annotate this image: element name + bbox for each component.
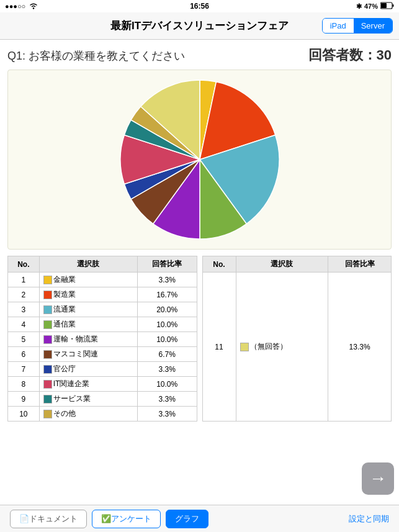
table-row: 6 マスコミ関連 6.7% (8, 347, 197, 362)
col-no-right: No. (202, 256, 236, 273)
cell-no: 4 (8, 317, 40, 332)
cell-rate: 16.7% (137, 287, 197, 302)
col-no-left: No. (8, 256, 40, 273)
survey-tab[interactable]: ✅アンケート (92, 510, 161, 528)
col-rate-right: 回答比率 (328, 256, 392, 273)
table-row: 11 （無回答） 13.3% (202, 273, 392, 422)
cell-label: 金融業 (39, 273, 137, 287)
left-data-table: No. 選択肢 回答比率 1 金融業 3.3% 2 製造業 16.7% 3 流通… (7, 256, 197, 422)
cell-no: 9 (8, 392, 40, 407)
cell-label: 官公庁 (39, 362, 137, 377)
right-data-table: No. 選択肢 回答比率 11 （無回答） 13.3% (202, 256, 392, 422)
pie-chart (116, 76, 284, 243)
cell-rate: 3.3% (137, 407, 197, 422)
svg-rect-2 (381, 3, 387, 8)
status-bar: ●●●○○ 16:56 ✱ 47% (0, 0, 399, 12)
cell-label: マスコミ関連 (39, 347, 137, 362)
cell-no: 1 (8, 273, 40, 287)
question-title: Q1: お客様の業種を教えてください (7, 48, 185, 63)
cell-no: 6 (8, 347, 40, 362)
cell-rate: 10.0% (137, 332, 197, 347)
cell-rate: 20.0% (137, 302, 197, 317)
cell-label: その他 (39, 407, 137, 422)
cell-rate: 13.3% (328, 273, 392, 422)
question-header: Q1: お客様の業種を教えてください 回答者数：30 (7, 46, 392, 65)
tables-wrapper: No. 選択肢 回答比率 1 金融業 3.3% 2 製造業 16.7% 3 流通… (7, 256, 392, 422)
col-label-left: 選択肢 (39, 256, 137, 273)
status-time: 16:56 (190, 2, 209, 11)
bluetooth-icon: ✱ (356, 2, 362, 11)
doc-tab[interactable]: 📄ドキュメント (10, 510, 87, 528)
svg-point-0 (33, 7, 34, 9)
status-left: ●●●○○ (5, 2, 38, 11)
bottom-bar: 📄ドキュメント ✅アンケート グラフ 設定と同期 (0, 505, 399, 532)
table-row: 1 金融業 3.3% (8, 273, 197, 287)
wifi-icon (29, 2, 38, 11)
respondent-count: 回答者数：30 (308, 46, 392, 65)
respondent-number: 30 (377, 47, 392, 63)
battery-icon (380, 2, 394, 11)
cell-label: サービス業 (39, 392, 137, 407)
cell-label: 運輸・物流業 (39, 332, 137, 347)
table-row: 3 流通業 20.0% (8, 302, 197, 317)
cell-no: 5 (8, 332, 40, 347)
cell-no: 8 (8, 377, 40, 392)
cell-rate: 6.7% (137, 347, 197, 362)
pie-chart-container (7, 70, 392, 250)
table-row: 8 IT関連企業 10.0% (8, 377, 197, 392)
table-row: 10 その他 3.3% (8, 407, 197, 422)
cell-rate: 10.0% (137, 377, 197, 392)
cell-no: 2 (8, 287, 40, 302)
cell-rate: 3.3% (137, 362, 197, 377)
server-button[interactable]: Server (354, 19, 392, 33)
cell-rate: 3.3% (137, 392, 197, 407)
cell-no: 11 (202, 273, 236, 422)
cell-no: 7 (8, 362, 40, 377)
settings-link[interactable]: 設定と同期 (349, 513, 389, 525)
bottom-tabs: 📄ドキュメント ✅アンケート グラフ (10, 510, 208, 528)
next-arrow-icon: → (369, 470, 387, 487)
main-content: Q1: お客様の業種を教えてください 回答者数：30 No. 選択肢 回答比率 … (0, 40, 399, 505)
cell-rate: 3.3% (137, 273, 197, 287)
table-row: 4 通信業 10.0% (8, 317, 197, 332)
cell-no: 10 (8, 407, 40, 422)
table-row: 2 製造業 16.7% (8, 287, 197, 302)
table-row: 5 運輸・物流業 10.0% (8, 332, 197, 347)
cell-label: 製造業 (39, 287, 137, 302)
signal-dots: ●●●○○ (5, 2, 25, 10)
graph-tab[interactable]: グラフ (166, 510, 208, 528)
table-row: 9 サービス業 3.3% (8, 392, 197, 407)
col-label-right: 選択肢 (236, 256, 328, 273)
respondent-prefix: 回答者数： (308, 47, 377, 63)
cell-label: （無回答） (236, 273, 328, 422)
col-rate-left: 回答比率 (137, 256, 197, 273)
table-row: 7 官公庁 3.3% (8, 362, 197, 377)
cell-label: 流通業 (39, 302, 137, 317)
nav-bar: 最新ITデバイスソリューションフェア iPad Server (0, 12, 399, 40)
nav-title: 最新ITデバイスソリューションフェア (110, 19, 289, 33)
svg-rect-3 (393, 4, 394, 7)
battery-percent: 47% (364, 2, 378, 10)
cell-rate: 10.0% (137, 317, 197, 332)
ipad-button[interactable]: iPad (323, 19, 354, 33)
cell-no: 3 (8, 302, 40, 317)
next-button[interactable]: → (362, 462, 394, 495)
status-right: ✱ 47% (356, 2, 394, 11)
cell-label: 通信業 (39, 317, 137, 332)
cell-label: IT関連企業 (39, 377, 137, 392)
ipad-server-toggle: iPad Server (322, 18, 393, 34)
